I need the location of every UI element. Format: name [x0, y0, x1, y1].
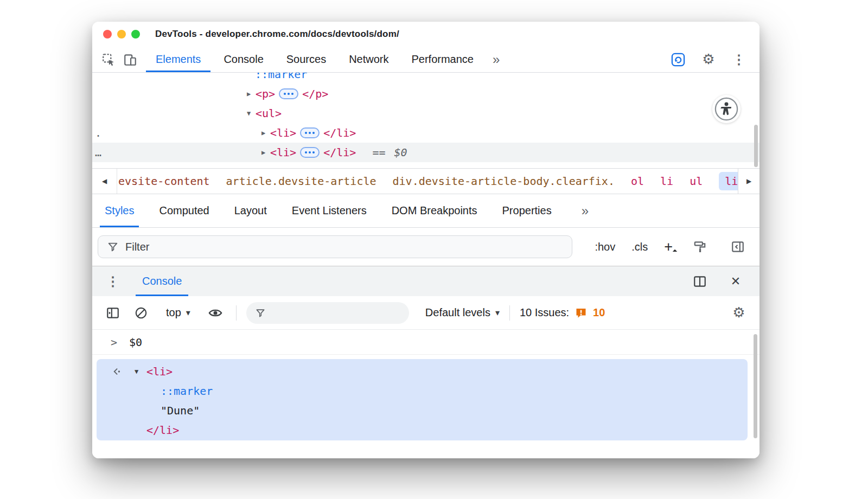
panel-left-arrow-icon: [731, 240, 745, 254]
inspect-element-icon[interactable]: [98, 47, 119, 72]
new-style-rule-button[interactable]: +: [664, 240, 673, 254]
inspect-cursor-icon: [101, 53, 116, 67]
tab-styles[interactable]: Styles: [92, 194, 146, 227]
breadcrumb-scroll-left-icon[interactable]: [92, 169, 117, 194]
execution-context-dropdown[interactable]: top: [166, 306, 190, 319]
breadcrumb-item-article[interactable]: article.devsite-article: [226, 175, 376, 188]
toggle-element-state-button[interactable]: :hov: [595, 241, 615, 253]
collapse-caret-icon[interactable]: [135, 368, 143, 375]
console-result-highlighted[interactable]: <li> ::marker "Dune" </li>: [97, 359, 748, 440]
breadcrumb-item-ul[interactable]: ul: [690, 175, 703, 188]
breadcrumb-item-li[interactable]: li: [660, 175, 673, 188]
console-sidebar-icon[interactable]: [102, 306, 124, 320]
tab-elements[interactable]: Elements: [144, 47, 212, 72]
tab-event-listeners-label: Event Listeners: [292, 204, 367, 217]
more-styles-tabs-icon[interactable]: [574, 194, 621, 227]
ellipsis-button[interactable]: [279, 88, 298, 99]
ellipsis-button[interactable]: [300, 127, 320, 138]
tab-computed[interactable]: Computed: [146, 194, 221, 227]
styles-filter-input[interactable]: Filter: [98, 235, 572, 258]
more-options-icon[interactable]: [728, 52, 750, 67]
minimize-window-button[interactable]: [117, 30, 126, 39]
tab-network-label: Network: [349, 53, 388, 66]
drawer-more-options-icon[interactable]: [102, 266, 124, 296]
breadcrumb-item-div[interactable]: div.devsite-article-body.clearfix.: [393, 175, 615, 188]
settings-icon[interactable]: [698, 51, 719, 68]
expand-caret-icon[interactable]: [247, 90, 256, 98]
tab-sources[interactable]: Sources: [275, 47, 337, 72]
tab-network[interactable]: Network: [337, 47, 400, 72]
drawer-tab-console-label: Console: [142, 275, 182, 287]
console-log-area: > $0 <li> ::marker "Dune": [92, 330, 760, 458]
console-filter-input[interactable]: [246, 302, 409, 324]
collapse-caret-icon[interactable]: [247, 110, 256, 117]
console-settings-icon[interactable]: [728, 304, 750, 321]
console-scrollbar[interactable]: [754, 334, 757, 438]
filter-funnel-icon: [107, 241, 119, 253]
filter-funnel-icon: [255, 308, 266, 318]
breadcrumb-item-devsite-content[interactable]: evsite-content: [118, 175, 210, 188]
tab-layout[interactable]: Layout: [222, 194, 279, 227]
tab-performance-label: Performance: [412, 53, 474, 66]
circle-slash-icon: [134, 306, 148, 320]
close-drawer-icon[interactable]: [725, 274, 746, 289]
breadcrumb-item-ol[interactable]: ol: [631, 175, 644, 188]
ellipsis-button[interactable]: [300, 147, 320, 158]
expand-caret-icon[interactable]: [261, 149, 270, 156]
tab-layout-label: Layout: [234, 204, 267, 217]
tree-row-ul[interactable]: <ul>: [92, 104, 760, 123]
tab-properties[interactable]: Properties: [490, 194, 564, 227]
result-line-open[interactable]: <li>: [97, 362, 748, 381]
close-window-button[interactable]: [103, 30, 112, 39]
result-marker-pseudo: ::marker: [161, 385, 213, 398]
tab-event-listeners[interactable]: Event Listeners: [279, 194, 379, 227]
eye-icon[interactable]: [205, 305, 226, 321]
devices-icon: [123, 53, 137, 67]
devtools-window: DevTools - developer.chrome.com/docs/dev…: [92, 22, 760, 458]
levels-label: Default levels: [425, 306, 490, 319]
titlebar: DevTools - developer.chrome.com/docs/dev…: [92, 22, 760, 47]
accessibility-overlay-button[interactable]: [712, 95, 741, 123]
expand-caret-icon[interactable]: [261, 129, 270, 137]
console-command-row[interactable]: > $0: [92, 330, 760, 355]
tree-row-li-1[interactable]: . <li> </li>: [92, 123, 760, 143]
tree-row-li-selected[interactable]: … <li> </li> == $0: [92, 143, 760, 162]
elements-scrollbar[interactable]: [754, 125, 758, 167]
result-line-close[interactable]: </li>: [97, 420, 748, 440]
split-panel-icon[interactable]: [689, 274, 711, 289]
clipped-overflow-ellipsis: …: [95, 146, 101, 159]
breadcrumb-item-li-selected[interactable]: li: [719, 172, 738, 190]
clear-console-icon[interactable]: [130, 306, 152, 320]
console-drawer-header: Console: [92, 266, 760, 296]
main-toolbar-right: [667, 47, 754, 72]
equals-sign: ==: [372, 146, 385, 159]
console-command-text: $0: [129, 336, 142, 349]
issues-count: 10: [593, 306, 605, 319]
result-line-text[interactable]: "Dune": [97, 401, 748, 420]
tree-row-p[interactable]: <p> </p>: [92, 84, 760, 104]
sidebar-toggle-icon[interactable]: [727, 240, 749, 254]
console-prompt-chevron: >: [111, 336, 117, 349]
drawer-tab-console[interactable]: Console: [136, 266, 188, 296]
result-line-marker[interactable]: ::marker: [97, 381, 748, 401]
tree-row-marker-clipped[interactable]: ::marker: [92, 73, 760, 84]
issue-exclamation-icon: [575, 306, 588, 319]
brush-icon[interactable]: [689, 240, 711, 254]
element-classes-button[interactable]: .cls: [631, 241, 648, 253]
sync-icon[interactable]: [667, 52, 689, 67]
breadcrumb-scroll-right-icon[interactable]: [738, 169, 760, 194]
issues-counter[interactable]: 10 Issues: 10: [520, 306, 605, 319]
device-toolbar-icon[interactable]: [119, 47, 141, 72]
fullscreen-window-button[interactable]: [131, 30, 140, 39]
tab-dom-breakpoints[interactable]: DOM Breakpoints: [379, 194, 490, 227]
returned-value-arrow-icon: [111, 366, 122, 377]
open-tag: <li>: [270, 126, 296, 139]
tab-performance[interactable]: Performance: [400, 47, 486, 72]
watch-expression-icon: [208, 305, 223, 321]
styles-filter-row: Filter :hov .cls +: [92, 228, 760, 266]
tab-console[interactable]: Console: [212, 47, 275, 72]
main-tab-strip: Elements Console Sources Network Perform…: [144, 47, 507, 72]
tab-elements-label: Elements: [156, 53, 201, 66]
log-levels-dropdown[interactable]: Default levels: [425, 306, 500, 319]
more-tabs-icon[interactable]: [485, 47, 507, 72]
